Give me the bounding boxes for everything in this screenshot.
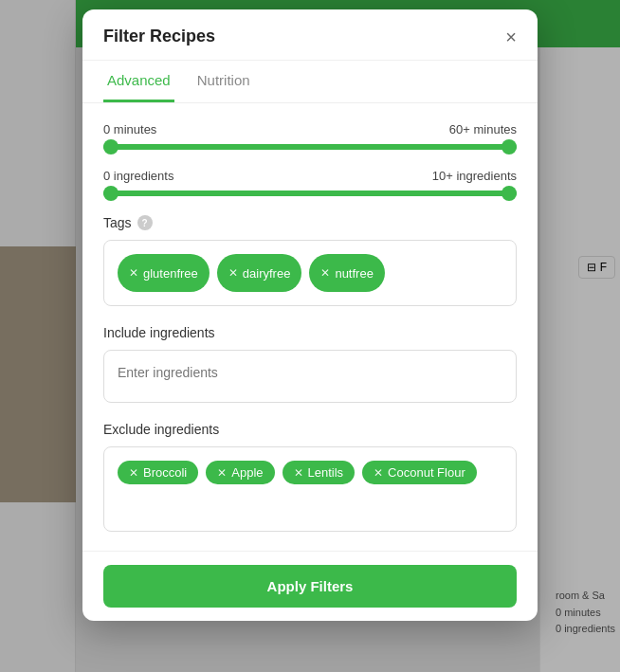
tag-nutfree-label: nutfree	[335, 266, 373, 281]
tag-coconut-flour-label: Coconut Flour	[388, 465, 465, 480]
apply-button[interactable]: Apply Filters	[103, 565, 517, 608]
close-button[interactable]: ×	[505, 27, 517, 46]
modal-overlay: Filter Recipes × Advanced Nutrition 0 mi…	[0, 0, 620, 672]
tags-label: Tags ?	[103, 215, 517, 230]
tag-remove-nutfree[interactable]: ✕	[320, 266, 330, 280]
filter-modal: Filter Recipes × Advanced Nutrition 0 mi…	[82, 9, 538, 621]
ingredients-range-section: 0 ingredients 10+ ingredients	[103, 169, 517, 196]
tag-broccoli-label: Broccoli	[143, 465, 187, 480]
tag-glutenfree: ✕ glutenfree	[118, 254, 210, 292]
tag-broccoli: ✕ Broccoli	[118, 461, 198, 484]
tabs-container: Advanced Nutrition	[82, 61, 538, 103]
modal-header: Filter Recipes ×	[82, 9, 538, 61]
tag-remove-apple[interactable]: ✕	[217, 466, 227, 480]
tag-remove-glutenfree[interactable]: ✕	[129, 266, 138, 280]
tag-glutenfree-label: glutenfree	[143, 266, 198, 281]
time-range-thumb-left[interactable]	[103, 139, 119, 154]
ingredients-range-labels: 0 ingredients 10+ ingredients	[103, 169, 517, 183]
tag-remove-coconut-flour[interactable]: ✕	[374, 466, 383, 480]
tag-apple-label: Apple	[231, 465, 263, 480]
ingredients-range-track[interactable]	[103, 191, 517, 196]
tag-lentils: ✕ Lentils	[283, 461, 356, 484]
tag-dairyfree: ✕ dairyfree	[217, 254, 302, 292]
time-range-track[interactable]	[103, 144, 517, 150]
ingredients-max-label: 10+ ingredients	[432, 169, 517, 183]
modal-footer: Apply Filters	[82, 551, 538, 621]
ingredients-min-label: 0 ingredients	[103, 169, 173, 183]
time-max-label: 60+ minutes	[449, 122, 517, 136]
time-range-section: 0 minutes 60+ minutes	[103, 122, 517, 150]
tag-remove-dairyfree[interactable]: ✕	[228, 266, 238, 280]
ingredients-range-thumb-right[interactable]	[501, 186, 517, 201]
time-min-label: 0 minutes	[103, 122, 156, 136]
tab-advanced[interactable]: Advanced	[103, 61, 174, 102]
modal-body: 0 minutes 60+ minutes 0 ingredients 10+ …	[82, 103, 538, 551]
tag-remove-broccoli[interactable]: ✕	[129, 466, 138, 480]
include-ingredients-input[interactable]	[118, 365, 502, 380]
modal-title: Filter Recipes	[103, 27, 215, 46]
tag-nutfree: ✕ nutfree	[309, 254, 384, 292]
exclude-label: Exclude ingredients	[103, 422, 517, 437]
include-ingredients-box[interactable]	[103, 350, 517, 403]
include-label: Include ingredients	[103, 325, 517, 340]
tag-coconut-flour: ✕ Coconut Flour	[362, 461, 477, 484]
time-range-thumb-right[interactable]	[501, 139, 517, 154]
tab-nutrition[interactable]: Nutrition	[193, 61, 254, 102]
tag-remove-lentils[interactable]: ✕	[294, 466, 303, 480]
tag-lentils-label: Lentils	[308, 465, 344, 480]
tags-box[interactable]: ✕ glutenfree ✕ dairyfree ✕ nutfree	[103, 240, 517, 306]
tag-apple: ✕ Apple	[206, 461, 274, 484]
tags-help-icon[interactable]: ?	[137, 215, 153, 230]
ingredients-range-thumb-left[interactable]	[103, 186, 119, 201]
exclude-ingredients-box[interactable]: ✕ Broccoli ✕ Apple ✕ Lentils ✕ Coconut F…	[103, 446, 517, 532]
time-range-labels: 0 minutes 60+ minutes	[103, 122, 517, 136]
tag-dairyfree-label: dairyfree	[243, 266, 291, 281]
